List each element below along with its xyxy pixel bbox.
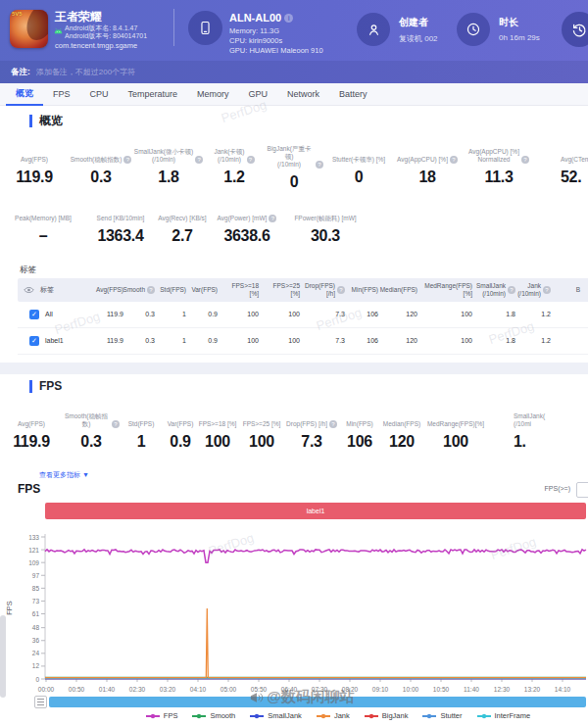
help-icon[interactable]: ? xyxy=(316,161,323,169)
tab-temperature[interactable]: Temperature xyxy=(119,83,188,105)
fps-section-title: FPS xyxy=(29,380,62,393)
help-icon[interactable]: ? xyxy=(147,286,155,294)
phone-icon xyxy=(197,20,214,36)
help-icon[interactable]: ? xyxy=(521,156,529,164)
legend-label: BigJank xyxy=(382,711,409,720)
tags-header-first-cell: 标签 xyxy=(18,286,86,294)
view-more-metrics-link[interactable]: 查看更多指标 ▼ xyxy=(39,470,89,480)
stat-label-text: Avg(AppCPU) [%] Normalized xyxy=(468,148,519,164)
stat-label-text: Min(FPS) xyxy=(346,420,372,428)
table-row: ✓label1119.90.310.91001007.31061201001.8… xyxy=(18,328,588,355)
legend-item-bigjank[interactable]: BigJank xyxy=(365,711,409,720)
table-cell: 1 xyxy=(161,311,192,318)
package-name: com.tencent.tmgp.sgame xyxy=(55,41,137,50)
stat-label: Avg(Power) [mW]? xyxy=(218,204,277,222)
svg-text:00:00: 00:00 xyxy=(38,686,55,693)
legend-label: InterFrame xyxy=(495,711,531,720)
fps-line-chart[interactable]: 1331211099785736148362412000:0000:5001:4… xyxy=(0,529,588,698)
stat-value: 1.2 xyxy=(223,169,244,186)
table-cell: 0.9 xyxy=(192,337,223,345)
stat-value: 106 xyxy=(347,433,372,451)
help-icon[interactable]: ? xyxy=(450,156,458,164)
legend-item-smooth[interactable]: Smooth xyxy=(192,711,235,720)
row-checkbox[interactable]: ✓ xyxy=(29,310,39,319)
note-bar[interactable]: 备注: 添加备注，不超过200个字符 xyxy=(0,61,588,83)
legend-item-stutter[interactable]: Stutter xyxy=(422,711,462,720)
table-cell: 119.9 xyxy=(86,337,129,345)
stat-label-text: FPS>=25 [%] xyxy=(243,420,281,428)
stat-label: BigJank(严重卡顿) (/10min)? xyxy=(265,145,323,169)
stat-value: 0 xyxy=(290,173,299,191)
stat-item: FPS>=18 [%]100 xyxy=(198,410,237,451)
device-info-icon[interactable]: i xyxy=(284,14,293,23)
help-icon[interactable]: ? xyxy=(508,286,515,294)
legend-swatch-icon xyxy=(250,713,264,719)
stat-label-text: Avg(CTem xyxy=(561,156,588,164)
help-icon[interactable]: ? xyxy=(112,420,120,428)
fps-stats-row: Avg(FPS)119.9Smooth(稳帧指数)?0.3Std(FPS)1Va… xyxy=(0,410,588,451)
help-icon[interactable]: ? xyxy=(269,215,276,222)
label-banner[interactable]: label1 xyxy=(45,503,586,519)
tags-table-header: 标签Avg(FPS)Smooth?Std(FPS)Var(FPS)FPS>=18… xyxy=(18,278,588,302)
legend-swatch-icon xyxy=(365,713,378,719)
table-cell: 1.8 xyxy=(478,337,521,345)
stat-label: Smooth(稳帧指数)? xyxy=(71,145,132,164)
help-icon[interactable]: ? xyxy=(247,156,255,164)
chart-horizontal-scrollbar[interactable] xyxy=(49,697,586,707)
help-icon[interactable]: ? xyxy=(337,286,345,294)
svg-text:12:30: 12:30 xyxy=(494,686,511,693)
stat-label: FPS>=25 [%] xyxy=(243,410,281,428)
stat-label-text: MedRange(FPS)[%] xyxy=(427,420,484,428)
stat-label: MedRange(FPS)[%] xyxy=(427,410,484,428)
stat-value: 18 xyxy=(418,169,435,186)
chart-scroll-handle[interactable] xyxy=(34,696,47,708)
stat-label-text: SmallJank(微小卡顿) (/10min) xyxy=(134,148,193,164)
tab-gpu[interactable]: GPU xyxy=(239,83,278,105)
tab-memory[interactable]: Memory xyxy=(187,83,239,105)
stat-item: Median(FPS)120 xyxy=(382,410,421,451)
help-icon[interactable]: ? xyxy=(543,286,551,294)
tab-fps[interactable]: FPS xyxy=(43,83,80,105)
stat-label-text: Avg(Recv) [KB/s] xyxy=(158,215,206,222)
tab-battery[interactable]: Battery xyxy=(329,83,377,105)
help-icon[interactable]: ? xyxy=(329,420,337,428)
help-icon[interactable]: ? xyxy=(195,156,203,164)
tab-cpu[interactable]: CPU xyxy=(80,83,119,105)
note-label: 备注: xyxy=(11,67,30,78)
help-icon[interactable]: ? xyxy=(123,156,131,164)
col-header-label: SmallJank (/10min) xyxy=(476,282,506,298)
row-checkbox[interactable]: ✓ xyxy=(29,336,39,346)
duration-icon-circle xyxy=(457,13,490,46)
fps-threshold-input[interactable] xyxy=(576,482,588,498)
history-icon-circle[interactable] xyxy=(562,12,588,47)
col-header-label: Avg(FPS) xyxy=(96,286,123,294)
stat-label: FPS>=18 [%] xyxy=(199,410,237,428)
person-icon xyxy=(366,22,382,38)
col-header: Var(FPS) xyxy=(192,286,223,294)
header-divider xyxy=(173,9,174,46)
stat-item: Avg(AppCPU) [%]?18 xyxy=(394,145,461,191)
stat-item: Avg(FPS)119.9 xyxy=(0,410,63,451)
stat-value: 1. xyxy=(514,433,526,451)
svg-text:09:10: 09:10 xyxy=(372,686,389,693)
legend-item-smalljank[interactable]: SmallJank xyxy=(250,711,302,720)
stat-value: 2.7 xyxy=(172,227,192,245)
col-header: FPS>=18 [%] xyxy=(223,282,265,298)
tab-概览[interactable]: 概览 xyxy=(6,82,43,106)
legend-item-interframe[interactable]: InterFrame xyxy=(477,711,531,720)
page-vertical-scrollbar[interactable] xyxy=(0,615,6,698)
col-header: B xyxy=(557,286,586,294)
stat-label: Avg(FPS) xyxy=(18,410,45,428)
svg-text:05:00: 05:00 xyxy=(220,686,237,693)
stat-value: 100 xyxy=(205,433,230,451)
stat-label-text: Avg(FPS) xyxy=(18,420,45,428)
game-app-icon: 5V5 xyxy=(10,10,48,48)
tab-network[interactable]: Network xyxy=(277,83,329,105)
legend-item-fps[interactable]: FPS xyxy=(146,711,178,720)
col-header: MedRange(FPS)[%] xyxy=(423,282,478,298)
stat-value: 7.3 xyxy=(301,433,321,451)
stat-value: 0.3 xyxy=(90,169,111,186)
stat-value: 52. xyxy=(561,169,581,186)
legend-item-jank[interactable]: Jank xyxy=(317,711,350,720)
device-model: ALN-AL00i xyxy=(229,12,293,24)
